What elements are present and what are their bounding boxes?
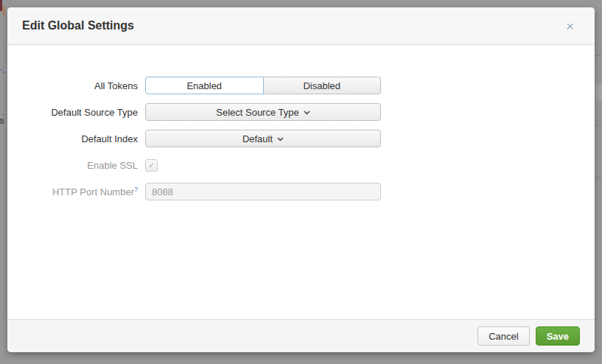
backdrop-text-fragment: ti	[0, 116, 7, 127]
all-tokens-disabled-button[interactable]: Disabled	[264, 77, 382, 94]
save-button[interactable]: Save	[536, 326, 580, 346]
backdrop-divider	[595, 55, 602, 56]
chevron-down-icon	[304, 111, 310, 115]
backdrop-orange-fragment	[3, 7, 4, 15]
dialog-header: Edit Global Settings ×	[7, 7, 595, 45]
backdrop-dot	[3, 71, 4, 73]
backdrop-red-fragment	[0, 0, 2, 11]
form-row-enable-ssl: Enable SSL ✓	[7, 156, 595, 174]
close-icon[interactable]: ×	[566, 19, 574, 33]
default-source-type-label: Default Source Type	[7, 107, 145, 118]
help-icon: ?	[134, 186, 138, 193]
checkmark-icon: ✓	[148, 161, 155, 169]
cancel-button[interactable]: Cancel	[477, 326, 529, 346]
form-row-default-index: Default Index Default	[7, 130, 595, 147]
dialog-body: All Tokens Enabled Disabled Default Sour…	[7, 45, 595, 319]
default-source-type-value: Select Source Type	[216, 107, 299, 118]
chevron-down-icon	[277, 137, 284, 141]
default-index-dropdown[interactable]: Default	[145, 130, 381, 147]
enable-ssl-label: Enable SSL	[7, 160, 145, 171]
backdrop-dot	[1, 69, 2, 71]
all-tokens-label: All Tokens	[7, 80, 145, 91]
default-index-value: Default	[242, 133, 273, 144]
backdrop-divider	[595, 125, 602, 126]
dialog-title: Edit Global Settings	[22, 19, 134, 32]
form-row-all-tokens: All Tokens Enabled Disabled	[7, 77, 595, 94]
default-source-type-dropdown[interactable]: Select Source Type	[145, 103, 381, 121]
backdrop-divider	[595, 177, 602, 178]
edit-global-settings-dialog: Edit Global Settings × All Tokens Enable…	[7, 7, 595, 352]
http-port-input	[145, 183, 381, 200]
http-port-label: HTTP Port Number?	[7, 186, 145, 197]
all-tokens-toggle: Enabled Disabled	[145, 77, 381, 94]
backdrop-box-fragment	[595, 85, 602, 101]
all-tokens-enabled-button[interactable]: Enabled	[145, 77, 264, 94]
dialog-footer: Cancel Save	[7, 319, 595, 352]
form-row-default-source-type: Default Source Type Select Source Type	[7, 103, 595, 121]
form-row-http-port: HTTP Port Number?	[7, 183, 595, 200]
backdrop-divider	[0, 114, 7, 115]
enable-ssl-checkbox: ✓	[145, 159, 158, 172]
default-index-label: Default Index	[7, 133, 145, 144]
